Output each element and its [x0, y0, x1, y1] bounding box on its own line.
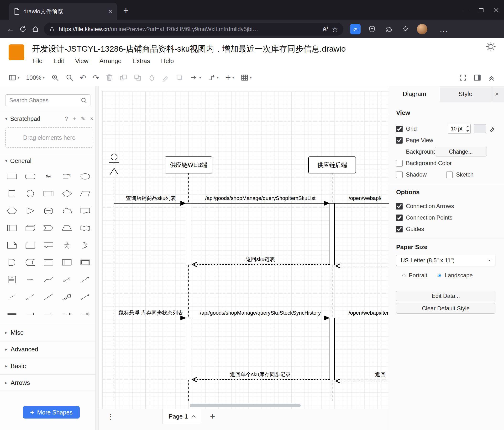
- shape-diamond[interactable]: [58, 188, 76, 199]
- return-sku-list[interactable]: 返回sku链表: [192, 256, 330, 264]
- home-button[interactable]: [29, 23, 42, 35]
- format-panel-toggle-button[interactable]: [470, 74, 485, 82]
- guides-checkbox[interactable]: [396, 226, 403, 233]
- grid-color-swatch[interactable]: [474, 124, 486, 133]
- shape-circle[interactable]: [21, 188, 40, 199]
- connection-style-button[interactable]: ▾: [187, 69, 205, 86]
- insert-button[interactable]: +▾: [222, 69, 237, 86]
- shape-horizontal-container[interactable]: [76, 257, 94, 268]
- shape-hexagon[interactable]: [3, 205, 21, 216]
- shadow-button[interactable]: [172, 69, 187, 86]
- grid-color-edit-icon[interactable]: [489, 126, 495, 132]
- shape-directional-arrow[interactable]: [58, 291, 76, 302]
- favorites-icon[interactable]: [400, 24, 411, 34]
- landscape-radio[interactable]: Landscape: [438, 272, 472, 279]
- pages-menu-icon[interactable]: ⋮: [107, 409, 114, 424]
- shape-cylinder[interactable]: [39, 205, 58, 216]
- shape-simple-arrow[interactable]: [39, 308, 58, 319]
- grid-size-input[interactable]: 10 pt: [448, 124, 471, 133]
- shape-card[interactable]: [21, 240, 40, 251]
- shape-bar-arrow[interactable]: [76, 308, 94, 319]
- scratchpad-drop-area[interactable]: Drag elements here: [5, 127, 93, 148]
- to-front-button[interactable]: [116, 69, 131, 86]
- message-open-webapi[interactable]: /open/webapi/: [334, 195, 389, 203]
- read-aloud-icon[interactable]: A): [322, 26, 328, 32]
- shape-dashed-line[interactable]: [3, 291, 21, 302]
- shape-list-item[interactable]: List Item: [21, 274, 40, 285]
- sketch-checkbox[interactable]: [446, 171, 453, 178]
- shadow-checkbox[interactable]: [396, 171, 403, 178]
- zoom-level-selector[interactable]: 100%▾: [23, 69, 48, 86]
- shape-container[interactable]: [39, 257, 58, 268]
- paper-size-select[interactable]: US-Letter (8,5" x 11"): [396, 255, 495, 266]
- undo-button[interactable]: ↶: [77, 69, 90, 86]
- table-button[interactable]: ▾: [237, 69, 255, 86]
- tab-diagram[interactable]: Diagram: [389, 86, 440, 102]
- shape-link[interactable]: [3, 308, 21, 319]
- shape-thin-arrow[interactable]: [76, 291, 94, 302]
- shield-extension-icon[interactable]: [367, 24, 377, 34]
- actor-lifeline[interactable]: [109, 154, 119, 402]
- shape-curve[interactable]: [39, 274, 58, 285]
- theme-toggle-button[interactable]: [486, 42, 496, 53]
- grid-size-steppers[interactable]: [465, 124, 470, 133]
- menu-view[interactable]: View: [75, 57, 89, 65]
- clear-default-style-button[interactable]: Clear Default Style: [396, 303, 495, 314]
- shape-step[interactable]: [39, 222, 58, 234]
- shape-text[interactable]: Text: [39, 171, 58, 182]
- shape-rectangle[interactable]: [3, 171, 21, 182]
- page-tab[interactable]: Page-1: [162, 409, 202, 424]
- shape-cloud[interactable]: [58, 205, 76, 216]
- shape-and[interactable]: [3, 257, 21, 268]
- shape-rounded-rectangle[interactable]: [21, 171, 40, 182]
- message-hover-history[interactable]: 鼠标悬浮 库存同步状态列表: [114, 310, 186, 318]
- sequence-diagram[interactable]: 供应链WEB端 供应链后端 查询店铺商品sku列表 /api/goods/sho…: [99, 86, 389, 409]
- drawing-canvas[interactable]: 供应链WEB端 供应链后端 查询店铺商品sku列表 /api/goods/sho…: [99, 86, 389, 409]
- extensions-puzzle-icon[interactable]: [384, 24, 394, 34]
- section-advanced[interactable]: ▸Advanced: [0, 341, 99, 358]
- shape-heading[interactable]: Heading: [58, 171, 76, 182]
- message-query-sku-list[interactable]: 查询店铺商品sku列表: [114, 195, 186, 203]
- zoom-out-button[interactable]: [62, 69, 77, 86]
- favorite-star-icon[interactable]: ☆: [332, 25, 338, 33]
- background-color-checkbox[interactable]: [396, 160, 403, 167]
- message-api-query-list[interactable]: /api/goods/shopManage/queryShopItemSkuLi…: [191, 195, 330, 203]
- grid-checkbox[interactable]: [396, 126, 403, 132]
- portrait-radio[interactable]: Portrait: [402, 272, 427, 279]
- menu-extras[interactable]: Extras: [132, 57, 150, 65]
- change-background-button[interactable]: Change...: [435, 147, 487, 157]
- shape-internal-storage[interactable]: [3, 222, 21, 234]
- page-view-checkbox[interactable]: [396, 137, 403, 144]
- section-misc[interactable]: ▸Misc: [0, 324, 99, 341]
- shape-vertical-container[interactable]: [58, 257, 76, 268]
- shape-square[interactable]: [3, 188, 21, 199]
- menu-arrange[interactable]: Arrange: [99, 57, 122, 65]
- window-maximize-button[interactable]: [473, 0, 489, 20]
- shape-dotted-line[interactable]: [21, 291, 40, 302]
- shape-data-storage[interactable]: [21, 257, 40, 268]
- shape-arrow-right[interactable]: [21, 308, 40, 319]
- tab-style[interactable]: Style: [440, 86, 491, 102]
- scratchpad-edit-icon[interactable]: ✎: [81, 116, 85, 122]
- menu-edit[interactable]: Edit: [54, 57, 64, 65]
- shape-arrow[interactable]: [76, 274, 94, 285]
- menu-file[interactable]: File: [32, 57, 43, 65]
- fullscreen-button[interactable]: [456, 74, 470, 82]
- shape-callout[interactable]: [39, 240, 58, 251]
- shape-cube[interactable]: [21, 222, 40, 234]
- browser-tab[interactable]: drawio文件预览 ×: [9, 3, 117, 20]
- shape-bidirectional-arrow[interactable]: [58, 274, 76, 285]
- shape-tape[interactable]: [76, 222, 94, 234]
- add-page-button[interactable]: +: [210, 409, 215, 424]
- menu-help[interactable]: Help: [161, 57, 174, 65]
- browser-menu-icon[interactable]: …: [439, 28, 448, 31]
- connection-points-checkbox[interactable]: [396, 215, 403, 221]
- more-shapes-button[interactable]: +More Shapes: [23, 406, 80, 419]
- edit-data-button[interactable]: Edit Data...: [396, 291, 495, 301]
- section-basic[interactable]: ▸Basic: [0, 358, 99, 374]
- message-open-webapi-item[interactable]: /open/webapi/item: [334, 310, 389, 318]
- return-to-backend-2[interactable]: 返回: [336, 372, 389, 381]
- refresh-button[interactable]: [17, 23, 29, 35]
- extension-blue-icon[interactable]: [350, 24, 360, 34]
- fill-color-button[interactable]: [145, 69, 159, 86]
